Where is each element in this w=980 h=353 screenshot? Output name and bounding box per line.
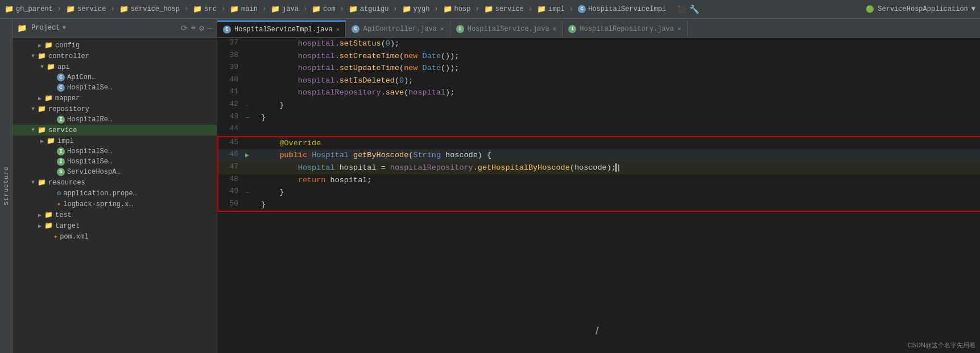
tab-apicontroller[interactable]: C ApiController.java ✕ [346,20,450,37]
tree-item-impl[interactable]: ▶ 📁 impl [13,136,217,146]
run-config-dropdown-icon[interactable]: ▼ [971,5,975,13]
code-content-39[interactable]: hospital.setUpdateTime(new Date()); [259,62,980,75]
tree-item-controller[interactable]: ▼ 📁 controller [13,51,217,61]
tree-item-app-properties[interactable]: ⚙ application.prope… [13,188,217,199]
code-row-38: 38 hospital.setCreateTime(new Date()); [218,50,980,63]
tree-item-servicehospapplication[interactable]: S ServiceHospA… [13,167,217,177]
sidebar-toolbar: ⟳ ≡ ⚙ — [181,23,212,33]
code-content-45[interactable]: @Override [259,137,980,150]
folder-icon-api: 📁 [47,63,55,71]
breadcrumb-com[interactable]: com [323,5,336,13]
folder-icon-3: 📁 [119,5,129,14]
breadcrumb-src[interactable]: src [204,5,217,13]
run-config-label[interactable]: ServiceHospApplication [878,5,967,13]
breadcrumb-gh-parent[interactable]: gh_parent [16,5,53,13]
breadcrumb-atguigu[interactable]: atguigu [360,5,388,13]
arrow-config: ▶ [35,42,44,49]
code-content-47[interactable]: Hospital hospital = hospitalRepository.g… [259,162,980,174]
gutter-39 [245,62,259,75]
code-row-42: 42 − } [218,99,980,112]
tab-close-0[interactable]: ✕ [336,26,340,33]
gutter-44 [245,124,259,137]
code-content-37[interactable]: hospital.setStatus(0); [259,38,980,50]
tree-item-apicontroller[interactable]: C ApiCon… [13,72,217,83]
breadcrumb-service[interactable]: service [77,5,106,13]
tree-item-pom[interactable]: ✦ pom.xml [13,231,217,242]
tab-hospitalserviceimpl[interactable]: C HospitalServiceImpl.java ✕ [217,20,346,37]
breadcrumb-impl[interactable]: impl [548,5,565,13]
tab-label-1: ApiController.java [363,25,437,33]
arrow-mapper: ▶ [35,95,44,102]
tree-item-repository[interactable]: ▼ 📁 repository [13,104,217,114]
folder-icon-9: 📁 [402,5,411,14]
gutter-40 [245,75,259,87]
tree-item-logback[interactable]: ✦ logback-spring.x… [13,199,217,210]
tab-hospitalservice[interactable]: I HospitalService.java ✕ [450,20,563,37]
line-num-39: 39 [218,62,245,75]
settings-icon[interactable]: ⚙ [199,23,204,33]
breadcrumb-hosp[interactable]: hosp [454,5,471,13]
code-content-49[interactable]: } [259,186,980,199]
gutter-45 [245,137,259,150]
folder-icon-resources: 📁 [38,178,46,187]
fold-icon-43[interactable]: − [245,114,249,121]
breadcrumb-java[interactable]: java [282,5,299,13]
editor-area: C HospitalServiceImpl.java ✕ C ApiContro… [217,19,980,353]
tree-item-target[interactable]: ▶ 📁 target [13,220,217,231]
tree-item-hospitalse-controller[interactable]: C HospitalSe… [13,83,217,93]
tree-item-service[interactable]: ▼ 📁 service [13,125,217,136]
breadcrumb-main[interactable]: main [241,5,258,13]
run-config: 🟢 ServiceHospApplication ▼ [866,5,975,14]
code-row-47: 47 Hospital hospital = hospitalRepositor… [218,162,980,174]
folder-icon-7: 📁 [312,5,321,14]
code-content-40[interactable]: hospital.setIsDeleted(0); [259,75,980,87]
tab-icon-3: I [568,25,576,33]
folder-icon-4: 📁 [193,5,202,14]
code-row-37: 37 hospital.setStatus(0); [218,38,980,50]
tree-item-hospitalservice-1[interactable]: I HospitalSe… [13,146,217,157]
gutter-46: ▶ [245,149,259,162]
breadcrumb-service-hosp[interactable]: service_hosp [131,5,180,13]
tab-hospitalrepository[interactable]: I HospitalRepository.java ✕ [563,20,687,37]
code-content-43[interactable]: } [259,112,980,124]
arrow-test: ▶ [35,212,44,219]
tab-close-2[interactable]: ✕ [553,25,557,32]
tab-label-2: HospitalService.java [468,25,549,33]
code-content-48[interactable]: return hospital; [259,174,980,187]
code-content-50[interactable]: } [259,199,980,212]
folder-icon-service: 📁 [38,126,46,134]
tab-close-3[interactable]: ✕ [677,25,681,32]
xml-icon: ✦ [57,200,61,208]
breadcrumb-service2[interactable]: service [495,5,524,13]
sidebar-title: Project ▼ [31,24,66,32]
fold-icon-42[interactable]: − [245,102,249,109]
code-editor[interactable]: 37 hospital.setStatus(0); 38 hospital.se… [217,38,980,353]
breadcrumb-class[interactable]: HospitalServiceImpl [588,5,666,13]
tree-item-resources[interactable]: ▼ 📁 resources [13,177,217,188]
code-content-46[interactable]: public Hospital getByHoscode(String hosc… [259,149,980,162]
code-content-38[interactable]: hospital.setCreateTime(new Date()); [259,50,980,63]
sync-icon[interactable]: ⟳ [181,23,188,33]
tree-item-api[interactable]: ▼ 📁 api [13,61,217,72]
tree-item-config[interactable]: ▶ 📁 config [13,40,217,51]
run-icon-46[interactable]: ▶ [245,151,249,159]
tree-item-hospitalservice-2[interactable]: I HospitalSe… [13,157,217,167]
fold-icon-49[interactable]: − [245,189,249,196]
close-sidebar-icon[interactable]: — [208,23,212,33]
tree-item-hospitalrepository[interactable]: I HospitalRe… [13,114,217,125]
collapse-icon[interactable]: ≡ [191,23,196,33]
tree-item-mapper[interactable]: ▶ 📁 mapper [13,93,217,104]
code-content-41[interactable]: hospitalRepository.save(hospital); [259,87,980,99]
breadcrumb-yygh[interactable]: yygh [413,5,430,13]
project-sidebar: 📁 Project ▼ ⟳ ≡ ⚙ — ▶ 📁 config [13,19,217,353]
code-content-44[interactable] [259,124,980,137]
arrow-resources: ▼ [28,179,38,186]
line-num-43: 43 [218,112,245,124]
line-num-42: 42 [218,99,245,112]
structure-tab[interactable]: Structure [0,19,13,353]
tree-item-test[interactable]: ▶ 📁 test [13,210,217,220]
line-num-46: 46 [218,149,245,162]
tab-close-1[interactable]: ✕ [440,25,444,32]
folder-icon-10: 📁 [443,5,452,14]
code-content-42[interactable]: } [259,99,980,112]
